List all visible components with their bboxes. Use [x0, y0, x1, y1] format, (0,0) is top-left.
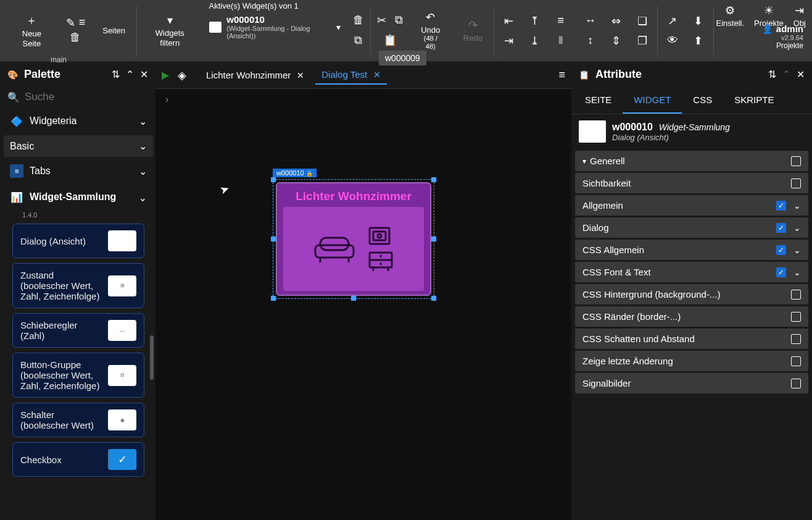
delete-widget-icon[interactable]: 🗑 — [353, 14, 364, 27]
collapse-icon[interactable]: ⌃ — [782, 69, 790, 80]
attributes-header: 📋 Attribute ⇅ ⌃ ✕ — [571, 62, 812, 87]
item-thumb — [108, 230, 136, 251]
cut-icon[interactable]: ✂ — [377, 14, 386, 27]
palette-group-tabs[interactable]: ⊞ Tabs ⌄ — [4, 159, 153, 183]
palette-group-basic[interactable]: Basic ⌄ — [4, 135, 153, 157]
attr-tab-widget[interactable]: WIDGET — [623, 87, 682, 114]
palette-group-widgeteria[interactable]: 🔷 Widgeteria ⌄ — [4, 109, 153, 133]
attr-section-checkbox[interactable] — [791, 356, 801, 366]
palette-item-dialog[interactable]: Dialog (Ansicht) — [12, 224, 144, 258]
attr-section[interactable]: Zeige letzte Änderung — [575, 351, 808, 371]
attr-section[interactable]: CSS Schatten und Abstand — [575, 329, 808, 349]
filter-widgets-button[interactable]: ▾ Widgets filtern — [143, 11, 197, 50]
pages-button[interactable]: Seiten — [97, 23, 130, 38]
copy-icon[interactable]: ⧉ — [395, 14, 403, 27]
copy-widget-icon[interactable]: ⧉ — [354, 34, 362, 47]
attr-section[interactable]: Sichtbarkeit — [575, 173, 808, 193]
scroll-thumb[interactable] — [150, 335, 154, 380]
close-icon[interactable]: ✕ — [140, 69, 148, 80]
attr-section-checkbox[interactable]: ✓ — [776, 267, 786, 277]
chevron-down-icon[interactable]: ⌄ — [793, 201, 801, 211]
sort-icon[interactable]: ⇅ — [768, 69, 776, 80]
active-widgets-header: Aktive(s) Widget(s) von 1 — [209, 1, 299, 10]
eye-icon[interactable]: 👁 — [664, 34, 681, 48]
redo-group: ↷ Redo — [452, 0, 494, 61]
attr-section[interactable]: CSS Allgemein✓⌄ — [575, 240, 808, 260]
attr-section-checkbox[interactable] — [791, 379, 801, 388]
attr-section-checkbox[interactable]: ✓ — [776, 245, 786, 255]
widget-card-title: Lichter Wohnzimmer — [296, 190, 412, 203]
menu-icon[interactable]: ≡ — [79, 16, 86, 30]
chevron-right-icon[interactable]: › — [165, 94, 168, 105]
order-front-icon[interactable]: ❏ — [634, 14, 651, 28]
chevron-down-icon[interactable]: ⌄ — [793, 223, 801, 233]
align-center-h-icon[interactable]: ≡ — [552, 14, 570, 28]
page-edit-group: ✎ ≡ 🗑 — [60, 0, 92, 61]
attr-section-checkbox[interactable] — [791, 290, 801, 300]
attr-tab-seite[interactable]: SEITE — [574, 87, 623, 114]
dist-h-icon[interactable]: ↔ — [582, 14, 599, 28]
palette-item-schieberegler[interactable]: Schieberegler (Zahl) — — [12, 313, 144, 348]
attr-section[interactable]: Dialog✓⌄ — [575, 217, 808, 238]
chevron-down-icon[interactable]: ▾ — [336, 22, 341, 32]
attr-section-checkbox[interactable] — [791, 334, 801, 344]
palette-item-button-gruppe[interactable]: Button-Gruppe (boolescher Wert, Zahl, Ze… — [12, 353, 144, 398]
close-icon[interactable]: ✕ — [797, 69, 805, 80]
palette-item-zustand[interactable]: Zustand (boolescher Wert, Zahl, Zeichenf… — [12, 263, 144, 308]
canvas-tab-wohnzimmer[interactable]: Lichter Wohnzimmer ✕ — [200, 66, 310, 84]
open-external-icon[interactable]: ↗ — [664, 14, 681, 28]
dist-eq-w-icon[interactable]: ⇔ — [608, 14, 625, 28]
palette-list: 🔷 Widgeteria ⌄ Basic ⌄ ⊞ Tabs ⌄ 📊 Widget… — [0, 107, 155, 520]
canvas-tab-dialog-test[interactable]: Dialog Test ✕ — [315, 65, 387, 85]
order-back-icon[interactable]: ❐ — [634, 34, 651, 48]
picture-icon — [367, 225, 392, 246]
search-input[interactable] — [25, 91, 155, 103]
attr-section[interactable]: CSS Font & Text✓⌄ — [575, 262, 808, 282]
layers-icon[interactable]: ◈ — [178, 69, 186, 82]
dist-v-icon[interactable]: ↕ — [582, 34, 599, 48]
download-icon[interactable]: ⬇ — [690, 14, 707, 28]
align-left-icon[interactable]: ⇤ — [500, 14, 518, 28]
attr-section[interactable]: ▾Generell — [575, 151, 808, 171]
align-right-icon[interactable]: ⇥ — [500, 34, 518, 48]
chevron-down-icon[interactable]: ⌄ — [793, 267, 801, 277]
upload-icon[interactable]: ⬆ — [690, 34, 707, 48]
palette-item-checkbox[interactable]: Checkbox ✓ — [12, 442, 144, 477]
attr-section-checkbox[interactable] — [791, 156, 801, 166]
settings-button[interactable]: ⚙ Einstell. — [716, 4, 745, 28]
attr-section[interactable]: CSS Ränder (border-...) — [575, 306, 808, 327]
palette-group-sammlung[interactable]: 📊 Widget-Sammlung ⌃ — [4, 185, 153, 209]
tabs-menu-icon[interactable]: ≡ — [558, 69, 565, 82]
attr-tab-css[interactable]: CSS — [682, 87, 723, 114]
attr-section-title-text: CSS Font & Text — [582, 267, 651, 277]
chevron-down-icon[interactable]: ⌄ — [793, 245, 801, 255]
active-widget-select[interactable]: Aktive(s) Widget(s) von 1 w000010 (Widge… — [203, 0, 347, 61]
paste-icon[interactable]: 📋 — [383, 33, 397, 47]
attr-section-checkbox[interactable] — [791, 312, 801, 322]
new-page-button[interactable]: ＋ Neue Seite — [10, 10, 54, 51]
dist-eq-h-icon[interactable]: ⇕ — [608, 34, 625, 48]
projects-link[interactable]: Projekte — [776, 41, 803, 50]
undo-button[interactable]: ↶ Undo (48 / 48) — [415, 8, 446, 54]
attr-tab-skripte[interactable]: SKRIPTE — [723, 87, 785, 114]
selected-widget[interactable]: w000010 🔒 Lichter Wohnzimmer — [273, 179, 434, 299]
collapse-icon[interactable]: ⌃ — [126, 69, 134, 80]
close-tab-icon[interactable]: ✕ — [373, 70, 381, 80]
attr-section[interactable]: CSS Hintergrund (background-...) — [575, 284, 808, 304]
attr-section-checkbox[interactable]: ✓ — [776, 201, 786, 211]
pencil-icon[interactable]: ✎ — [66, 16, 75, 30]
canvas-body[interactable]: ➤ w000010 🔒 Lichter Wohnzimmer — [155, 110, 571, 520]
align-top-icon[interactable]: ⤒ — [526, 14, 544, 28]
align-center-v-icon[interactable]: ⦀ — [552, 34, 570, 48]
palette-item-schalter[interactable]: Schalter (boolescher Wert) ◉ — [12, 403, 144, 437]
item-thumb: ⊞ — [108, 275, 136, 296]
attr-section-checkbox[interactable] — [791, 178, 801, 188]
attr-section-checkbox[interactable]: ✓ — [776, 223, 786, 233]
play-icon[interactable]: ▶ — [162, 69, 169, 81]
sort-icon[interactable]: ⇅ — [112, 69, 120, 80]
trash-icon[interactable]: 🗑 — [70, 31, 81, 44]
close-tab-icon[interactable]: ✕ — [297, 70, 304, 80]
align-bottom-icon[interactable]: ⤓ — [526, 34, 544, 48]
attr-section[interactable]: Signalbilder — [575, 373, 808, 393]
attr-section[interactable]: Allgemein✓⌄ — [575, 195, 808, 216]
